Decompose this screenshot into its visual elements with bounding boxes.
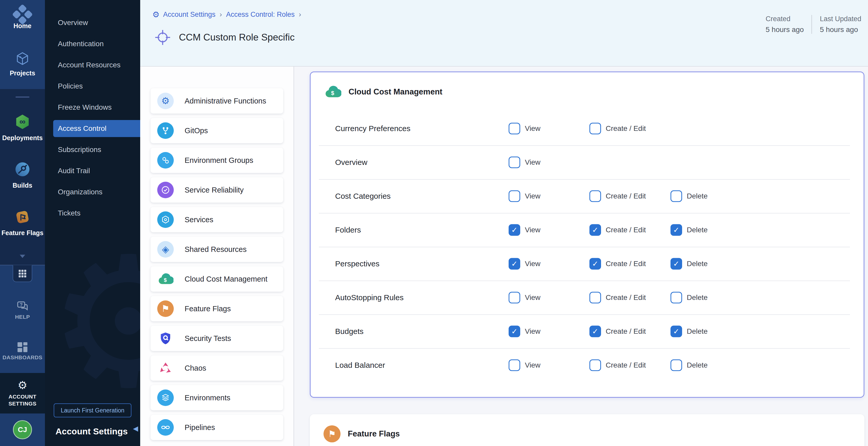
delete-checkbox[interactable]	[671, 359, 682, 371]
breadcrumb-link-account-settings[interactable]: Account Settings	[163, 10, 216, 19]
create-edit-checkbox[interactable]	[589, 123, 601, 134]
meta-created: Created 5 hours ago	[766, 15, 804, 34]
category-card-service-reliability[interactable]: Service Reliability	[151, 177, 283, 202]
sidebar-module-deployments[interactable]: Deployments	[0, 134, 45, 142]
sidebar-module-builds[interactable]: Builds	[0, 181, 45, 189]
sidebar-item-help[interactable]: HELP	[0, 313, 45, 321]
create-edit-checkbox[interactable]	[589, 258, 601, 269]
ff-flag-icon: ⚑	[157, 300, 174, 317]
category-label: Services	[185, 216, 213, 224]
deployments-infinity-icon[interactable]: ∞	[14, 114, 30, 130]
nav-item-access-control[interactable]: Access Control	[53, 120, 140, 137]
nav-item-subscriptions[interactable]: Subscriptions	[45, 139, 140, 160]
ccm-cloud-icon: $	[324, 83, 341, 100]
checkbox-label: View	[525, 226, 540, 234]
category-label: Security Tests	[185, 334, 231, 343]
app-window: Home Projects∞ Deployments Builds Featur…	[0, 0, 868, 446]
category-label: Chaos	[185, 364, 206, 373]
checkbox-label: View	[525, 124, 540, 133]
category-card-administrative-functions[interactable]: ⚙ Administrative Functions	[151, 88, 283, 114]
folders-delete-permission: Delete	[671, 224, 708, 236]
dashboards-grid-icon[interactable]	[16, 340, 29, 354]
category-card-shared-resources[interactable]: ◈ Shared Resources	[151, 237, 283, 262]
folders-create-edit-permission: Create / Edit	[589, 224, 646, 236]
collapse-sidebar-icon[interactable]: ◀	[133, 424, 138, 433]
builds-compass-icon[interactable]	[15, 162, 30, 177]
view-checkbox[interactable]	[508, 123, 520, 134]
view-checkbox[interactable]	[508, 224, 520, 236]
meta-label: Last Updated	[820, 15, 861, 23]
sidebar-item-account-settings[interactable]: ⚙ ACCOUNT SETTINGS	[0, 373, 45, 413]
view-checkbox[interactable]	[508, 292, 520, 303]
breadcrumb: ⚙Account Settings ›Access Control: Roles…	[152, 10, 305, 19]
avatar[interactable]: CJ	[13, 420, 32, 439]
sidebar-module-home[interactable]: Home	[0, 22, 45, 30]
checkbox-label: View	[525, 260, 540, 268]
meta-divider	[811, 15, 812, 34]
view-checkbox[interactable]	[508, 359, 520, 371]
breadcrumb-link-access-control-roles[interactable]: Access Control: Roles	[226, 10, 295, 19]
nav-item-overview[interactable]: Overview	[45, 12, 140, 33]
sidebar-item-dashboards[interactable]: DASHBOARDS	[0, 353, 45, 361]
environments-box-icon	[157, 389, 174, 406]
resource-label: AutoStopping Rules	[335, 293, 404, 302]
nav-item-account-resources[interactable]: Account Resources	[45, 55, 140, 75]
gitops-branch-icon	[157, 122, 174, 139]
view-checkbox[interactable]	[508, 258, 520, 269]
sidebar-module-projects[interactable]: Projects	[0, 69, 45, 77]
category-card-cloud-cost-management[interactable]: $ Cloud Cost Management	[151, 266, 283, 292]
permission-row-load-balancer: Load Balancer View Create / Edit Delete	[311, 348, 864, 382]
view-checkbox[interactable]	[508, 156, 520, 168]
help-chat-icon[interactable]: ?	[16, 300, 29, 313]
category-card-services[interactable]: Services	[151, 207, 283, 232]
sidebar-divider	[16, 97, 29, 98]
apps-grid-button[interactable]	[13, 265, 32, 282]
meta-label: Created	[766, 15, 804, 23]
chaos-arrows-icon	[157, 360, 174, 376]
category-card-pipelines[interactable]: Pipelines	[151, 415, 283, 440]
category-card-environment-groups[interactable]: Environment Groups	[151, 148, 283, 173]
category-card-environments[interactable]: Environments	[151, 385, 283, 410]
sidebar-module-feature-flags[interactable]: Feature Flags	[0, 229, 45, 237]
section-header: $ Cloud Cost Management	[311, 72, 864, 112]
nav-item-organizations[interactable]: Organizations	[45, 182, 140, 202]
delete-checkbox[interactable]	[671, 325, 682, 337]
checkbox-label: View	[525, 327, 540, 336]
create-edit-checkbox[interactable]	[589, 190, 601, 202]
breadcrumb-chevron-icon: ›	[299, 10, 301, 19]
nav-item-audit-trail[interactable]: Audit Trail	[45, 160, 140, 182]
create-edit-checkbox[interactable]	[589, 325, 601, 337]
nav-item-freeze-windows[interactable]: Freeze Windows	[45, 97, 140, 118]
nav-item-authentication[interactable]: Authentication	[45, 33, 140, 55]
svg-text:$: $	[164, 277, 167, 283]
category-label: Feature Flags	[185, 305, 231, 313]
view-checkbox[interactable]	[508, 325, 520, 337]
nav-item-policies[interactable]: Policies	[45, 75, 140, 97]
category-card-feature-flags[interactable]: ⚑ Feature Flags	[151, 296, 283, 321]
chevron-down-icon[interactable]	[18, 252, 27, 261]
featureflags-module-icon[interactable]	[15, 210, 30, 225]
view-checkbox[interactable]	[508, 190, 520, 202]
category-card-gitops[interactable]: GitOps	[151, 118, 283, 143]
page-header: ⚙Account Settings ›Access Control: Roles…	[140, 0, 868, 67]
category-label: Pipelines	[185, 423, 215, 432]
create-edit-checkbox[interactable]	[589, 292, 601, 303]
services-hex-icon	[157, 212, 174, 228]
nav-item-tickets[interactable]: Tickets	[45, 202, 140, 224]
delete-checkbox[interactable]	[671, 224, 682, 236]
category-card-security-tests[interactable]: Security Tests	[151, 326, 283, 351]
delete-checkbox[interactable]	[671, 190, 682, 202]
create-edit-checkbox[interactable]	[589, 359, 601, 371]
delete-checkbox[interactable]	[671, 258, 682, 269]
category-label: Environments	[185, 393, 230, 402]
folders-view-permission: View	[508, 224, 540, 236]
autostopping-rules-view-permission: View	[508, 292, 540, 303]
create-edit-checkbox[interactable]	[589, 224, 601, 236]
delete-checkbox[interactable]	[671, 292, 682, 303]
checkbox-label: Create / Edit	[606, 260, 646, 268]
category-label: Shared Resources	[185, 245, 247, 254]
projects-cube-icon[interactable]	[15, 51, 30, 66]
category-card-chaos[interactable]: Chaos	[151, 355, 283, 381]
launch-first-generation-button[interactable]: Launch First Generation	[54, 404, 131, 417]
category-label: Service Reliability	[185, 186, 244, 194]
